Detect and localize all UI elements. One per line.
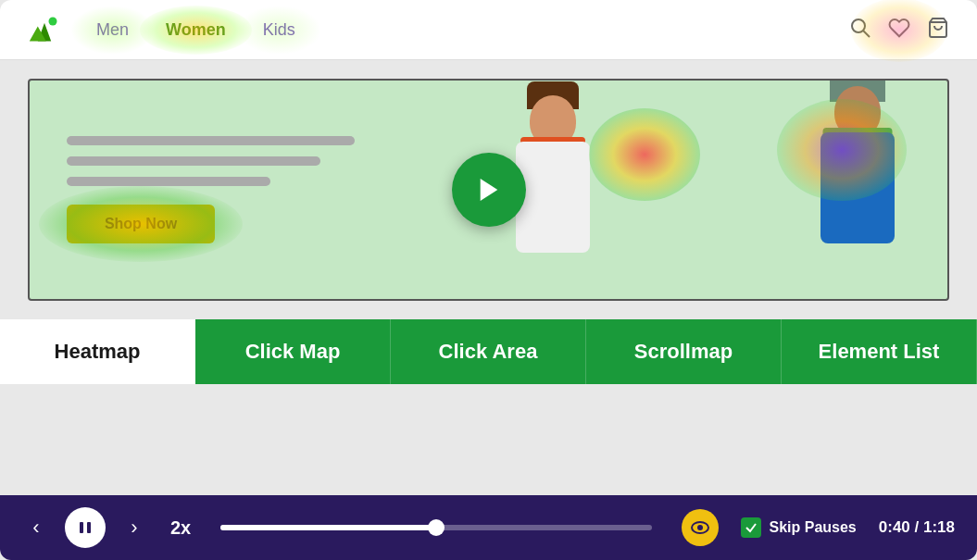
tab-clickmap[interactable]: Click Map bbox=[195, 319, 391, 384]
svg-line-4 bbox=[863, 31, 870, 37]
nav-right bbox=[849, 17, 949, 44]
progress-bar[interactable] bbox=[220, 525, 652, 530]
navbar: Men Women Kids bbox=[0, 0, 977, 60]
svg-point-0 bbox=[49, 18, 57, 26]
tab-heatmap[interactable]: Heatmap bbox=[0, 319, 195, 384]
hero-text-line-1 bbox=[67, 136, 355, 145]
hero-text-line-3 bbox=[67, 177, 270, 186]
nav-links: Men Women Kids bbox=[89, 17, 821, 44]
tab-scrollmap[interactable]: Scrollmap bbox=[586, 319, 782, 384]
play-button[interactable] bbox=[452, 153, 526, 227]
hero-text-line-2 bbox=[67, 156, 320, 166]
svg-rect-7 bbox=[80, 522, 83, 533]
svg-point-3 bbox=[852, 19, 865, 32]
hero-section: Shop Now bbox=[28, 79, 949, 301]
nav-item-kids[interactable]: Kids bbox=[256, 17, 303, 44]
prev-button[interactable]: ‹ bbox=[22, 516, 50, 540]
person-2 bbox=[793, 86, 922, 299]
cart-icon[interactable] bbox=[927, 17, 949, 44]
skip-pauses-wrap[interactable]: Skip Pauses bbox=[741, 517, 856, 538]
bottom-bar: ‹ › 2x Skip Pauses 0:40 / 1:18 bbox=[0, 495, 977, 560]
eye-icon[interactable] bbox=[682, 509, 719, 546]
search-icon[interactable] bbox=[849, 17, 871, 44]
next-button[interactable]: › bbox=[120, 516, 148, 540]
progress-thumb[interactable] bbox=[428, 519, 445, 536]
shop-now-button[interactable]: Shop Now bbox=[67, 205, 215, 243]
speed-label: 2x bbox=[170, 517, 191, 539]
body-2 bbox=[820, 132, 895, 243]
hero-left: Shop Now bbox=[30, 108, 443, 271]
svg-marker-6 bbox=[480, 179, 497, 201]
play-button-wrap bbox=[452, 153, 526, 227]
nav-item-men[interactable]: Men bbox=[89, 17, 136, 44]
skip-pauses-label: Skip Pauses bbox=[769, 519, 856, 536]
tab-clickarea[interactable]: Click Area bbox=[391, 319, 586, 384]
body-1 bbox=[516, 142, 590, 253]
tabs-row: Heatmap Click Map Click Area Scrollmap E… bbox=[0, 319, 977, 384]
progress-bar-fill bbox=[220, 525, 436, 530]
nav-item-women[interactable]: Women bbox=[158, 17, 233, 44]
logo[interactable] bbox=[28, 13, 61, 46]
time-display: 0:40 / 1:18 bbox=[879, 518, 955, 537]
skip-pauses-checkbox[interactable] bbox=[741, 517, 761, 538]
tab-elementlist[interactable]: Element List bbox=[782, 319, 977, 384]
svg-rect-8 bbox=[87, 522, 91, 533]
pause-button[interactable] bbox=[65, 507, 106, 548]
svg-point-10 bbox=[697, 525, 703, 530]
wishlist-icon[interactable] bbox=[888, 17, 910, 44]
